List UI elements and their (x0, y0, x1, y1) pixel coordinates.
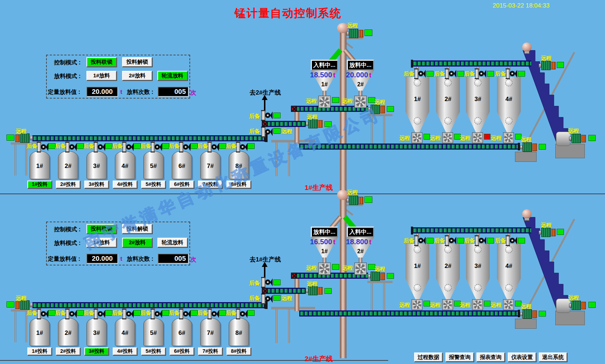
rotary-valve-icon (261, 110, 273, 121)
line-2-discharge-mode-button-0[interactable]: 1#放料 (86, 238, 117, 247)
line-2-count-display[interactable]: 005 (158, 254, 189, 264)
fan-icon (354, 263, 367, 275)
status-indicator (219, 310, 226, 316)
line-2-silo-id: 3# (466, 263, 490, 270)
line-2-control-mode-button-1[interactable]: 投料解锁 (122, 224, 152, 234)
line-2-leg (383, 283, 385, 310)
line-2-silo-top-conveyor (412, 227, 531, 233)
line-2-tank-feed-button-6[interactable]: 6#投料 (170, 347, 194, 355)
line-2-control-mode-button-0[interactable]: 投料联锁 (86, 224, 117, 234)
status-indicator (162, 143, 169, 149)
status-indicator (387, 106, 394, 112)
status-indicator (191, 143, 198, 149)
line-2-transfer-conveyor (262, 288, 306, 294)
line-1-silo-port (414, 117, 421, 124)
status-indicator (247, 310, 255, 316)
line-1-silo-port (474, 117, 481, 124)
motor-icon (371, 105, 380, 114)
rotary-valve-icon (445, 235, 456, 246)
exit-system-button[interactable]: 退出系统 (539, 352, 567, 362)
line-1-tank-feed-button-5[interactable]: 5#投料 (141, 181, 166, 188)
line-2-hopper-status-display-1: 放料中... (311, 227, 338, 237)
line-2-discharge-mode-button-2[interactable]: 轮流放料 (157, 238, 188, 247)
line-2-tank-id: 7# (200, 329, 220, 337)
line-1-hopper-id: 2# (346, 81, 375, 88)
line-1-tank-feed-button-7[interactable]: 7#投料 (198, 181, 223, 188)
line-1-tank-id: 7# (200, 163, 220, 170)
motor-shaft-icon (569, 137, 572, 141)
line-2-control-mode-label: 控制模式 : (54, 226, 81, 233)
status-indicator (487, 71, 494, 77)
line-2-tank-feed-button-1[interactable]: 1#投料 (27, 347, 52, 355)
line-1-tank-feed-button-3[interactable]: 3#投料 (84, 181, 109, 188)
status-indicator (162, 310, 169, 316)
fan-icon (472, 299, 483, 310)
rotary-valve-icon (506, 235, 517, 246)
status-indicator (273, 295, 281, 301)
line-1-remote-label: 远程 (460, 135, 471, 142)
line-1-tank-feed-button-6[interactable]: 6#投料 (170, 181, 194, 188)
line-1-silo-port (444, 79, 452, 86)
line-1-tank-feed-button-8[interactable]: 8#投料 (227, 181, 251, 188)
line-2-tank-feed-button-5[interactable]: 5#投料 (141, 347, 166, 355)
line-1-remote-label: 远程 (307, 114, 318, 120)
status-indicator (368, 97, 375, 103)
line-2-tank-feed-button-4[interactable]: 4#投料 (113, 347, 137, 355)
line-1-tank-feed-button-1[interactable]: 1#投料 (27, 181, 52, 188)
motor-cap-icon (551, 62, 556, 69)
status-indicator (134, 143, 141, 149)
line-1-backup-label: 后备 (112, 143, 123, 150)
line-2-remote-label: 远程 (306, 265, 317, 272)
line-2-discharge-mode-label: 放料模式 : (54, 240, 81, 247)
closed-valve-icon (291, 106, 297, 112)
scada-page: 锰计量自动控制系统 2015-03-22 18:04:33 南宁誉满华自动化称重… (0, 0, 605, 364)
line-1-discharge-mode-button-2[interactable]: 轮流放料 (157, 71, 188, 81)
line-1-tank-feed-button-4[interactable]: 4#投料 (113, 181, 137, 188)
rotary-valve-icon (261, 277, 273, 288)
line-1-control-mode-button-0[interactable]: 投料联锁 (86, 57, 117, 67)
line-2-leg (275, 309, 277, 343)
rotary-valve-icon (207, 309, 219, 319)
line-1-tank-feed-button-2[interactable]: 2#投料 (56, 181, 80, 188)
status-indicator (424, 134, 430, 140)
line-1-leg (383, 116, 385, 144)
line-1-tank-id: 1# (30, 163, 50, 170)
line-2-platform (271, 307, 315, 309)
meter-setup-button[interactable]: 仪表设置 (508, 352, 536, 362)
alarm-query-button[interactable]: 报警查询 (445, 352, 474, 362)
status-indicator (273, 279, 281, 285)
line-1-discharge-mode-button-1[interactable]: 2#放料 (122, 71, 152, 81)
status-indicator (273, 113, 281, 118)
status-indicator (332, 97, 339, 103)
rotary-valve-icon (94, 142, 105, 153)
line-1-arrow-up-icon (262, 95, 268, 100)
line-2-count-label: 放料次数 : (127, 255, 153, 263)
pipe (295, 112, 299, 144)
line-2-discharge-mode-button-1[interactable]: 2#放料 (122, 238, 152, 247)
line-1-count-display[interactable]: 005 (158, 87, 189, 97)
report-query-button[interactable]: 报表查询 (476, 352, 505, 362)
line-2-tank-feed-button-3[interactable]: 3#投料 (84, 347, 109, 355)
motor-shaft-icon (346, 199, 349, 203)
line-1-platform (271, 140, 315, 142)
rotary-valve-icon (122, 142, 134, 153)
line-2-pedestal (555, 311, 585, 325)
process-data-button[interactable]: 过程数据 (414, 352, 443, 362)
status-indicator (105, 143, 112, 149)
line-2-tank-feed-button-8[interactable]: 8#投料 (227, 347, 251, 355)
line-1-backup-label: 后备 (249, 128, 260, 135)
status-indicator (424, 301, 430, 306)
fan-icon (412, 132, 422, 143)
status-indicator (134, 310, 141, 316)
line-1-quantity-display[interactable]: 20.000 (86, 87, 118, 97)
line-1-discharge-mode-button-0[interactable]: 1#放料 (86, 71, 117, 81)
line-2-tank-feed-button-7[interactable]: 7#投料 (198, 347, 223, 355)
status-indicator (368, 264, 375, 270)
line-2-hopper-status-display-2: 入料中... (347, 227, 374, 237)
line-1-control-mode-button-1[interactable]: 投料解锁 (122, 57, 152, 67)
fan-icon (354, 96, 367, 108)
line-2-quantity-display[interactable]: 20.000 (86, 254, 118, 264)
line-2-tank-feed-button-2[interactable]: 2#投料 (56, 347, 80, 355)
status-indicator (273, 128, 281, 134)
status-indicator (364, 196, 372, 203)
